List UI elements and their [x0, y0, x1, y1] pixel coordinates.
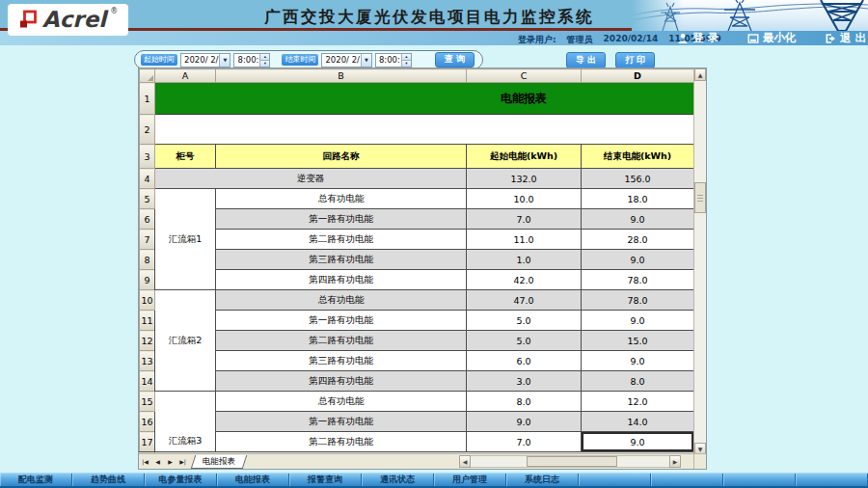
circuit-cell[interactable]: 总有功电能: [216, 290, 467, 311]
row-header[interactable]: 6: [140, 209, 155, 230]
chevron-down-icon[interactable]: ▼: [219, 54, 230, 67]
spinner-down-icon[interactable]: ▾: [402, 60, 411, 67]
start-energy-cell[interactable]: 5.0: [467, 311, 582, 331]
end-date-select[interactable]: 2020/ 2/ ▼: [321, 53, 371, 68]
end-energy-cell-selected[interactable]: 9.0: [582, 432, 694, 452]
cabinet-group-cell[interactable]: 汇流箱1: [155, 189, 216, 290]
last-tab-icon[interactable]: ▶|: [176, 455, 189, 469]
menu-item-trend-curves[interactable]: 趋势曲线: [72, 474, 145, 486]
vertical-scrollbar[interactable]: ▲ ▼: [693, 68, 706, 455]
end-energy-cell[interactable]: 12.0: [582, 392, 694, 412]
start-energy-cell[interactable]: 47.0: [467, 290, 582, 311]
row-header[interactable]: 2: [140, 115, 155, 145]
end-energy-cell[interactable]: 78.0: [582, 290, 694, 311]
circuit-cell[interactable]: 第四路有功电能: [216, 371, 467, 392]
menu-item-system-log[interactable]: 系统日志: [506, 474, 579, 486]
cabinet-group-cell[interactable]: 汇流箱2: [155, 290, 216, 392]
row-header[interactable]: 13: [140, 351, 155, 371]
row-header[interactable]: 10: [140, 290, 155, 311]
end-time-spinner[interactable]: 8:00: ▴▾: [375, 53, 412, 68]
start-energy-cell[interactable]: 9.0: [467, 412, 582, 432]
menu-item-parameter-report[interactable]: 电参量报表: [145, 474, 217, 486]
circuit-cell[interactable]: 第四路有功电能: [216, 270, 467, 290]
start-energy-cell[interactable]: 1.0: [467, 250, 582, 270]
query-button[interactable]: 查 询: [435, 52, 475, 68]
row-header[interactable]: 4: [140, 169, 155, 189]
menu-item-alarm-query[interactable]: 报警查询: [289, 474, 362, 486]
minimize-button[interactable]: 最小化: [747, 31, 797, 45]
menu-item-power-monitoring[interactable]: 配电监测: [0, 474, 72, 486]
login-button[interactable]: 登 录: [677, 31, 719, 45]
end-energy-cell[interactable]: 9.0: [582, 311, 694, 331]
row-header[interactable]: 3: [140, 145, 155, 169]
horizontal-scroll-track[interactable]: [471, 455, 669, 468]
scroll-up-icon[interactable]: ▲: [694, 68, 706, 81]
start-energy-cell[interactable]: 42.0: [467, 270, 582, 290]
vertical-scroll-thumb[interactable]: [694, 182, 706, 213]
column-header-a[interactable]: A: [155, 69, 216, 83]
start-time-spinner[interactable]: 8:00: ▴▾: [233, 53, 270, 68]
circuit-cell[interactable]: 第二路有功电能: [216, 230, 467, 250]
row-header[interactable]: 5: [140, 189, 155, 209]
row-header[interactable]: 8: [140, 250, 155, 270]
circuit-cell[interactable]: 第二路有功电能: [216, 331, 467, 351]
row-header[interactable]: 16: [140, 412, 155, 432]
table-header-cabinet[interactable]: 柜号: [155, 145, 216, 169]
row-header[interactable]: 17: [140, 432, 155, 452]
circuit-cell[interactable]: 第三路有功电能: [216, 351, 467, 371]
first-tab-icon[interactable]: |◀: [139, 455, 151, 469]
scroll-left-icon[interactable]: ◀: [459, 455, 471, 468]
table-header-circuit[interactable]: 回路名称: [216, 145, 467, 169]
exit-button[interactable]: 退 出: [825, 31, 866, 45]
end-energy-cell[interactable]: 9.0: [582, 250, 694, 270]
circuit-cell[interactable]: 第三路有功电能: [216, 250, 467, 270]
spacer-row-cell[interactable]: [155, 115, 694, 145]
start-energy-cell[interactable]: 8.0: [467, 392, 582, 412]
circuit-cell[interactable]: 第一路有功电能: [216, 311, 467, 331]
start-energy-cell[interactable]: 132.0: [467, 169, 582, 189]
circuit-cell[interactable]: 第一路有功电能: [216, 412, 467, 432]
circuit-cell[interactable]: 第一路有功电能: [216, 209, 467, 230]
end-energy-cell[interactable]: 18.0: [582, 189, 694, 209]
select-all-corner[interactable]: [140, 69, 155, 83]
column-header-b[interactable]: B: [216, 69, 467, 83]
menu-item-energy-report[interactable]: 电能报表: [217, 474, 289, 486]
end-energy-cell[interactable]: 8.0: [582, 371, 694, 392]
sheet-tab-energy-report[interactable]: 电能报表: [191, 455, 248, 469]
spinner-down-icon[interactable]: ▾: [260, 60, 269, 67]
end-energy-cell[interactable]: 156.0: [582, 169, 694, 189]
start-energy-cell[interactable]: 3.0: [467, 371, 582, 392]
export-button[interactable]: 导 出: [566, 52, 606, 68]
end-energy-cell[interactable]: 9.0: [582, 351, 694, 371]
horizontal-scroll-thumb[interactable]: [527, 456, 618, 467]
menu-item-user-management[interactable]: 用户管理: [434, 474, 506, 486]
start-energy-cell[interactable]: 11.0: [467, 230, 582, 250]
column-header-d[interactable]: D: [582, 69, 694, 83]
circuit-cell[interactable]: 总有功电能: [216, 392, 467, 412]
table-header-start-energy[interactable]: 起始电能(kWh): [467, 145, 582, 169]
circuit-cell[interactable]: 逆变器: [155, 169, 467, 189]
report-title-cell[interactable]: 电能报表: [155, 83, 694, 115]
start-energy-cell[interactable]: 7.0: [467, 432, 582, 452]
end-energy-cell[interactable]: 9.0: [582, 209, 694, 230]
start-energy-cell[interactable]: 7.0: [467, 209, 582, 230]
prev-tab-icon[interactable]: ◀: [151, 455, 164, 469]
circuit-cell[interactable]: 第二路有功电能: [216, 432, 467, 452]
row-header[interactable]: 11: [140, 311, 155, 331]
table-header-end-energy[interactable]: 结束电能(kWh): [582, 145, 694, 169]
column-header-c[interactable]: C: [467, 69, 582, 83]
horizontal-scrollbar[interactable]: ◀ ▶: [459, 455, 681, 468]
end-energy-cell[interactable]: 28.0: [582, 230, 694, 250]
start-date-select[interactable]: 2020/ 2/ ▼: [180, 53, 231, 68]
end-energy-cell[interactable]: 15.0: [582, 331, 694, 351]
start-energy-cell[interactable]: 5.0: [467, 331, 582, 351]
chevron-down-icon[interactable]: ▼: [361, 54, 371, 67]
start-energy-cell[interactable]: 6.0: [467, 351, 582, 371]
menu-item-comm-status[interactable]: 通讯状态: [362, 474, 434, 486]
end-energy-cell[interactable]: 14.0: [582, 412, 694, 432]
cabinet-group-cell[interactable]: 汇流箱3: [155, 392, 216, 452]
row-header[interactable]: 1: [140, 83, 155, 115]
row-header[interactable]: 14: [140, 371, 155, 392]
next-tab-icon[interactable]: ▶: [164, 455, 176, 469]
circuit-cell[interactable]: 总有功电能: [216, 189, 467, 209]
